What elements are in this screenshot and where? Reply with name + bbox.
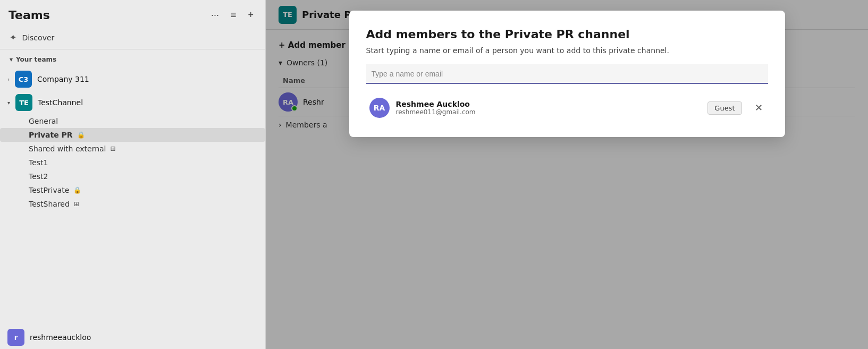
remove-suggested-button[interactable]: ✕ [753,101,765,115]
modal-overlay: Add members to the Private PR channel St… [266,0,868,349]
expand-company311-icon: › [7,76,10,82]
channel-test1-label: Test1 [29,158,48,167]
team-name-reshmeeauckloo: reshmeeauckloo [30,333,91,342]
suggested-user-name: Reshmee Auckloo [396,100,702,108]
modal-subtitle: Start typing a name or email of a person… [366,46,768,55]
add-members-modal: Add members to the Private PR channel St… [349,11,785,137]
discover-label: Discover [22,33,54,42]
sidebar-title: Teams [9,8,50,22]
lock-icon-testprivate: 🔒 [73,186,81,194]
discover-row[interactable]: ✦ Discover [0,28,265,47]
suggested-user-avatar: RA [369,98,390,118]
expand-testchannel-icon: ▾ [7,100,10,106]
channel-test2[interactable]: Test2 [0,169,265,183]
modal-title: Add members to the Private PR channel [366,28,768,41]
guest-badge: Guest [707,101,741,115]
team-item-company311[interactable]: › C3 Company 311 [0,67,265,91]
lock-icon-private-pr: 🔒 [77,131,85,139]
channel-general[interactable]: General [0,114,265,128]
channel-test1[interactable]: Test1 [0,156,265,169]
filter-button[interactable]: ≡ [227,7,240,23]
suggested-user-info: Reshmee Auckloo reshmee011@gmail.com [396,100,702,116]
share-icon-shared-external: ⊞ [111,145,116,152]
avatar-testchannel: TE [15,94,32,111]
your-teams-label[interactable]: ▾ Your teams [0,52,265,67]
add-member-input[interactable] [372,70,763,78]
share-icon-testshared: ⊞ [74,200,79,208]
sidebar-divider [0,49,265,49]
discover-icon: ✦ [10,32,16,42]
team-name-testchannel: TestChannel [38,98,83,107]
add-team-button[interactable]: + [245,7,257,23]
team-name-company311: Company 311 [37,75,89,83]
channel-testprivate-label: TestPrivate [29,186,69,194]
channel-private-pr-label: Private PR [29,131,73,139]
team-item-testchannel[interactable]: ▾ TE TestChannel [0,91,265,114]
avatar-reshmeeauckloo: r [7,329,24,346]
avatar-company311: C3 [15,71,32,88]
sidebar-header-icons: ··· ≡ + [208,7,257,23]
channel-shared-external-label: Shared with external [29,144,106,153]
channel-testshared[interactable]: TestShared ⊞ [0,197,265,211]
more-button[interactable]: ··· [208,7,222,23]
sidebar-header: Teams ··· ≡ + [0,0,265,28]
channel-test2-label: Test2 [29,172,48,181]
main-area: TE Private PR Members Settings Analytics… [266,0,868,349]
channel-testprivate[interactable]: TestPrivate 🔒 [0,183,265,197]
channel-private-pr[interactable]: Private PR 🔒 [0,128,265,142]
suggested-user-row[interactable]: RA Reshmee Auckloo reshmee011@gmail.com … [366,93,768,122]
channel-general-label: General [29,117,58,125]
modal-input-wrap [366,64,768,84]
team-item-reshmeeauckloo[interactable]: r reshmeeauckloo [0,326,265,349]
suggested-user-email: reshmee011@gmail.com [396,108,702,116]
chevron-down-icon: ▾ [10,56,13,63]
channel-testshared-label: TestShared [29,200,70,208]
channel-shared-external[interactable]: Shared with external ⊞ [0,142,265,156]
sidebar: Teams ··· ≡ + ✦ Discover ▾ Your teams › … [0,0,266,349]
